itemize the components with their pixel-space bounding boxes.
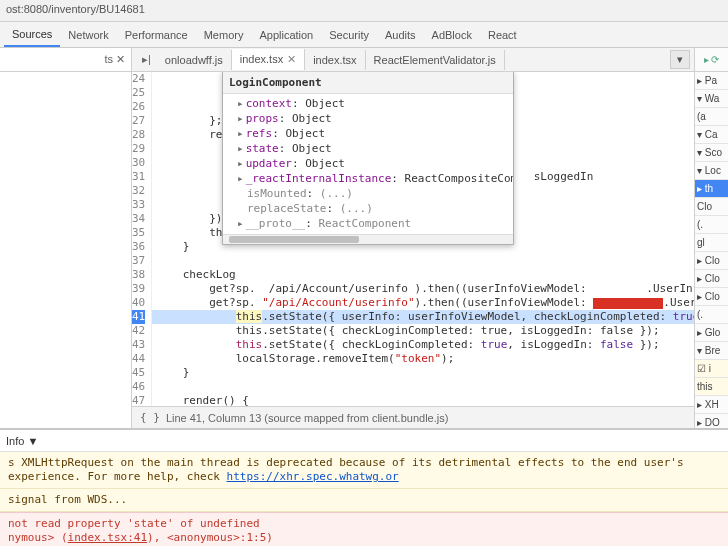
sidebar-section[interactable]: ▸ th	[695, 180, 728, 198]
console-panel: Info ▼ s XMLHttpRequest on the main thre…	[0, 428, 728, 546]
sidebar-section[interactable]: (.	[695, 216, 728, 234]
inspector-property[interactable]: replaceState: (...)	[227, 201, 509, 216]
code-line[interactable]	[152, 254, 694, 268]
sidebar-section[interactable]: (a	[695, 108, 728, 126]
editor-status-bar: { } Line 41, Column 13 (source mapped fr…	[132, 406, 694, 428]
tooltip-body: ▸context: Object▸props: Object▸refs: Obj…	[223, 94, 513, 234]
sidebar-section[interactable]: ▸ DO	[695, 414, 728, 428]
devtools-panel-tabs: SourcesNetworkPerformanceMemoryApplicati…	[0, 22, 728, 48]
code-line[interactable]: get?sp. /api/Account/userinfo ).then((us…	[152, 282, 694, 296]
sidebar-section[interactable]: ▸ Clo	[695, 270, 728, 288]
inspector-property[interactable]: ▸updater: Object	[227, 156, 509, 171]
error-source-link[interactable]: index.tsx:41	[68, 531, 147, 544]
console-level-select[interactable]: Info ▼	[6, 435, 38, 447]
sidebar-section[interactable]: ▾ Sco	[695, 144, 728, 162]
panel-tab-security[interactable]: Security	[321, 24, 377, 46]
code-line[interactable]: this.setState({ checkLoginCompleted: tru…	[152, 324, 694, 338]
code-line[interactable]: localStorage.removeItem("token");	[152, 352, 694, 366]
sidebar-section[interactable]: ▾ Loc	[695, 162, 728, 180]
inspector-property[interactable]: ▸_reactInternalInstance: ReactCompositeC…	[227, 171, 509, 186]
code-line[interactable]: }	[152, 366, 694, 380]
inspector-property[interactable]: ▸props: Object	[227, 111, 509, 126]
inspector-property[interactable]: ▸state: Object	[227, 141, 509, 156]
debugger-sidebar: ▸ ⟳ ▸ Pa▾ Wa (a▾ Ca▾ Sco▾ Loc ▸ th Clo (…	[694, 48, 728, 428]
line-gutter: 2425262728293031323334353637383940414243…	[132, 72, 152, 406]
inspector-property[interactable]: ▸context: Object	[227, 96, 509, 111]
panel-tab-network[interactable]: Network	[60, 24, 116, 46]
inspector-property[interactable]: isMounted: (...)	[227, 186, 509, 201]
cursor-position: Line 41, Column 13 (source mapped from c…	[166, 412, 448, 424]
sidebar-section[interactable]: ☑ i	[695, 360, 728, 378]
sidebar-section[interactable]: ▾ Ca	[695, 126, 728, 144]
console-filter-bar[interactable]: Info ▼	[0, 430, 728, 452]
sidebar-section[interactable]: ▸ Pa	[695, 72, 728, 90]
inspector-property[interactable]: ▸__proto__: ReactComponent	[227, 216, 509, 231]
editor-panel: ▸| onloadwff.jsindex.tsx✕index.tsxReactE…	[132, 48, 694, 428]
panel-tab-react[interactable]: React	[480, 24, 525, 46]
panel-tab-audits[interactable]: Audits	[377, 24, 424, 46]
sidebar-section[interactable]: ▸ Clo	[695, 288, 728, 306]
file-tabs-nav-icon[interactable]: ▸|	[136, 53, 157, 66]
code-line[interactable]: checkLog	[152, 268, 694, 282]
tooltip-title: LoginComponent	[223, 72, 513, 94]
panel-tab-sources[interactable]: Sources	[4, 23, 60, 47]
code-line[interactable]: this.setState({ checkLoginCompleted: tru…	[152, 338, 694, 352]
navigator-panel: ts ✕	[0, 48, 132, 428]
sidebar-section[interactable]: ▾ Bre	[695, 342, 728, 360]
file-tab[interactable]: ReactElementValidator.js	[366, 50, 505, 70]
sidebar-section[interactable]: this	[695, 378, 728, 396]
sidebar-section[interactable]: ▸ Clo	[695, 252, 728, 270]
panel-tab-memory[interactable]: Memory	[196, 24, 252, 46]
debugger-controls[interactable]: ▸ ⟳	[695, 48, 728, 72]
panel-tab-performance[interactable]: Performance	[117, 24, 196, 46]
sidebar-section[interactable]: ▾ Wa	[695, 90, 728, 108]
main-area: ts ✕ ▸| onloadwff.jsindex.tsx✕index.tsxR…	[0, 48, 728, 428]
object-inspector-tooltip[interactable]: LoginComponent ▸context: Object▸props: O…	[222, 72, 514, 245]
code-line[interactable]: get?sp. "/api/Account/userinfo").then((u…	[152, 296, 694, 310]
panel-tab-application[interactable]: Application	[251, 24, 321, 46]
close-icon[interactable]: ✕	[287, 53, 296, 65]
tabs-overflow-icon[interactable]: ▾	[670, 50, 690, 69]
console-error: not read property 'state' of undefined n…	[0, 512, 728, 546]
file-tab[interactable]: onloadwff.js	[157, 50, 232, 70]
url-bar[interactable]: ost:8080/inventory/BU14681	[0, 0, 728, 22]
sidebar-section[interactable]: ▸ Glo	[695, 324, 728, 342]
file-tabs: ▸| onloadwff.jsindex.tsx✕index.tsxReactE…	[132, 48, 694, 72]
console-warning: signal from WDS...	[0, 489, 728, 512]
sidebar-section[interactable]: (.	[695, 306, 728, 324]
navigator-tab[interactable]: ts ✕	[0, 48, 131, 72]
sidebar-section[interactable]: gl	[695, 234, 728, 252]
file-tab[interactable]: index.tsx✕	[232, 49, 305, 70]
file-tab[interactable]: index.tsx	[305, 50, 365, 70]
warning-link[interactable]: https://xhr.spec.whatwg.or	[227, 470, 399, 483]
sidebar-section[interactable]: ▸ XH	[695, 396, 728, 414]
code-line[interactable]: this.setState({ userInfo: userInfoViewMo…	[152, 310, 694, 324]
code-line[interactable]: render() {	[152, 394, 694, 406]
console-warning: s XMLHttpRequest on the main thread is d…	[0, 452, 728, 489]
code-editor[interactable]: 2425262728293031323334353637383940414243…	[132, 72, 694, 406]
code-line[interactable]	[152, 380, 694, 394]
pretty-print-icon[interactable]: { }	[140, 411, 160, 424]
inspector-property[interactable]: ▸refs: Object	[227, 126, 509, 141]
sidebar-section[interactable]: Clo	[695, 198, 728, 216]
panel-tab-adblock[interactable]: AdBlock	[424, 24, 480, 46]
tooltip-scrollbar[interactable]	[223, 234, 513, 244]
